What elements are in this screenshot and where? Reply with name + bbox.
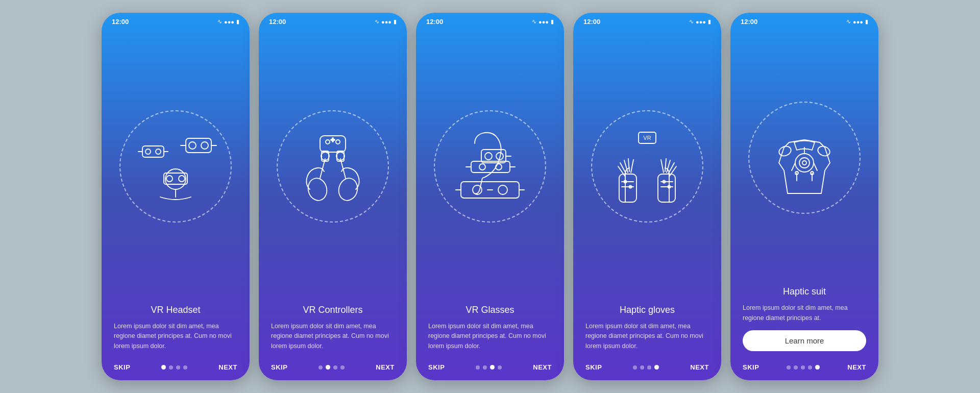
- battery-icon-2: ▮: [394, 18, 397, 25]
- screen-title-2: VR Controllers: [271, 305, 395, 315]
- bottom-nav-5: SKIP NEXT: [730, 356, 878, 380]
- svg-line-49: [631, 160, 633, 173]
- dot-2-1: [326, 365, 330, 370]
- illustration-area-2: [259, 29, 407, 305]
- battery-icon-5: ▮: [865, 18, 868, 25]
- next-button-4[interactable]: NEXT: [690, 363, 709, 371]
- text-area-4: Haptic gloves Lorem ipsum dolor sit dim …: [573, 305, 721, 356]
- status-time-5: 12:00: [741, 18, 757, 26]
- dot-3-0: [476, 365, 480, 370]
- svg-point-65: [795, 154, 814, 172]
- screen-title-4: Haptic gloves: [585, 305, 709, 315]
- battery-icon-1: ▮: [236, 18, 239, 25]
- dots-4: [633, 365, 659, 370]
- dot-3-1: [483, 365, 487, 370]
- dot-1-1: [169, 365, 173, 370]
- dots-1: [161, 365, 187, 370]
- svg-text:VR: VR: [643, 135, 651, 141]
- svg-rect-2: [164, 173, 187, 184]
- skip-button-2[interactable]: SKIP: [271, 363, 287, 371]
- screen-body-4: Lorem ipsum dolor sit dim amet, mea regi…: [585, 322, 709, 351]
- dashed-circle-5: [748, 102, 861, 214]
- dot-1-3: [183, 365, 187, 370]
- dot-4-2: [647, 365, 651, 370]
- dot-4-1: [640, 365, 644, 370]
- bottom-nav-2: SKIP NEXT: [259, 356, 407, 380]
- svg-point-11: [145, 149, 151, 154]
- dot-2-3: [340, 365, 345, 370]
- svg-rect-5: [186, 138, 211, 153]
- illustration-area-4: VR: [573, 29, 721, 305]
- haptic-gloves-icon: VR: [604, 123, 691, 210]
- status-time-1: 12:00: [112, 18, 129, 26]
- svg-point-67: [802, 161, 806, 165]
- next-button-5[interactable]: NEXT: [847, 363, 866, 371]
- wifi-icon-3: ∿: [532, 18, 536, 25]
- battery-icon-4: ▮: [708, 18, 711, 25]
- dot-3-2: [490, 365, 495, 370]
- svg-point-25: [336, 140, 340, 144]
- learn-more-button[interactable]: Learn more: [743, 330, 866, 351]
- illustration-area-5: [730, 29, 878, 286]
- skip-button-1[interactable]: SKIP: [114, 363, 130, 371]
- vr-headset-icon: [132, 123, 219, 210]
- svg-point-69: [817, 144, 831, 157]
- dashed-circle-3: [434, 110, 546, 223]
- svg-line-70: [792, 163, 795, 170]
- dots-2: [318, 365, 345, 370]
- dot-5-2: [801, 365, 805, 370]
- wifi-icon-4: ∿: [689, 18, 694, 25]
- svg-point-39: [479, 164, 485, 170]
- skip-button-5[interactable]: SKIP: [743, 363, 759, 371]
- svg-point-34: [498, 185, 507, 194]
- battery-icon-3: ▮: [551, 18, 554, 25]
- svg-point-68: [778, 144, 793, 157]
- status-icons-5: ∿ ●●● ▮: [846, 18, 868, 25]
- svg-line-59: [661, 160, 664, 173]
- screen-body-2: Lorem ipsum dolor sit dim amet, mea regi…: [271, 322, 395, 351]
- signal-icon-2: ●●●: [381, 19, 391, 25]
- signal-icon-3: ●●●: [538, 19, 549, 25]
- wifi-icon-2: ∿: [375, 18, 379, 25]
- text-area-1: VR Headset Lorem ipsum dolor sit dim ame…: [102, 305, 250, 356]
- dot-5-1: [794, 365, 798, 370]
- skip-button-3[interactable]: SKIP: [428, 363, 445, 371]
- dots-3: [476, 365, 502, 370]
- illustration-area-3: [416, 29, 564, 305]
- status-icons-4: ∿ ●●● ▮: [689, 18, 711, 25]
- status-bar-5: 12:00 ∿ ●●● ▮: [730, 13, 878, 29]
- skip-button-4[interactable]: SKIP: [585, 363, 602, 371]
- dot-1-0: [161, 365, 166, 370]
- dot-5-3: [808, 365, 812, 370]
- svg-line-48: [628, 159, 629, 171]
- status-bar-3: 12:00 ∿ ●●● ▮: [416, 13, 564, 29]
- dot-5-0: [787, 365, 791, 370]
- text-area-5: Haptic suit Lorem ipsum dolor sit dim am…: [730, 286, 878, 356]
- status-icons-2: ∿ ●●● ▮: [375, 18, 397, 25]
- signal-icon-4: ●●●: [696, 19, 706, 25]
- screen-vr-controllers: 12:00 ∿ ●●● ▮: [259, 13, 407, 380]
- svg-rect-50: [619, 174, 636, 202]
- status-time-2: 12:00: [269, 18, 286, 26]
- dashed-circle-1: [119, 110, 232, 223]
- signal-icon-5: ●●●: [853, 19, 863, 25]
- dot-1-2: [176, 365, 180, 370]
- status-time-3: 12:00: [426, 18, 443, 26]
- illustration-area-1: [102, 29, 250, 305]
- screen-vr-headset: 12:00 ∿ ●●● ▮: [102, 13, 250, 380]
- status-bar-2: 12:00 ∿ ●●● ▮: [259, 13, 407, 29]
- status-bar-1: 12:00 ∿ ●●● ▮: [102, 13, 250, 29]
- svg-line-55: [669, 166, 676, 177]
- next-button-3[interactable]: NEXT: [533, 363, 552, 371]
- dot-2-0: [318, 365, 323, 370]
- svg-point-66: [799, 158, 810, 168]
- vr-controllers-icon: [289, 123, 376, 210]
- svg-point-0: [165, 169, 186, 189]
- dot-4-0: [633, 365, 637, 370]
- wifi-icon-1: ∿: [217, 18, 222, 25]
- next-button-1[interactable]: NEXT: [218, 363, 237, 371]
- bottom-nav-1: SKIP NEXT: [102, 356, 250, 380]
- dots-5: [787, 365, 820, 370]
- next-button-2[interactable]: NEXT: [376, 363, 395, 371]
- svg-point-24: [326, 140, 330, 144]
